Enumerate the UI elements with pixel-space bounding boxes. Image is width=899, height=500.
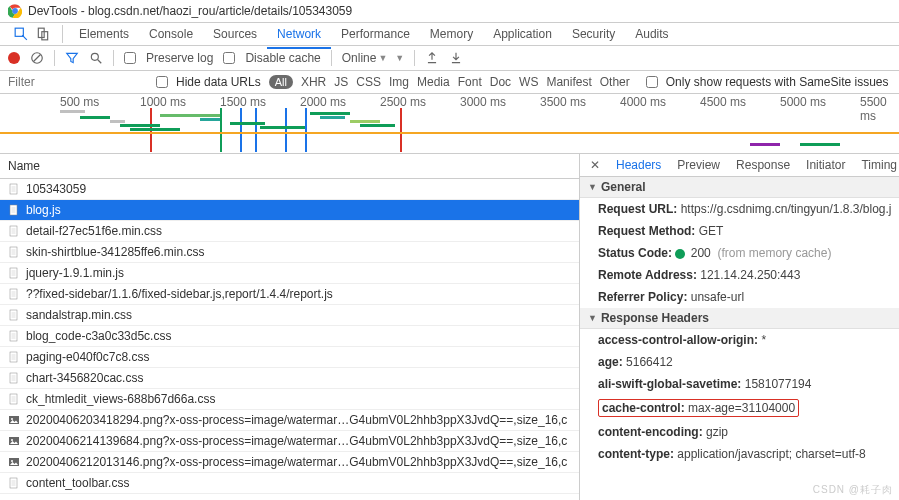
filter-type-other[interactable]: Other xyxy=(600,75,630,89)
tick-label: 3000 ms xyxy=(460,95,506,109)
svg-rect-2 xyxy=(15,28,23,36)
filter-type-manifest[interactable]: Manifest xyxy=(546,75,591,89)
waterfall-bar xyxy=(230,122,265,125)
request-row[interactable]: detail-f27ec51f6e.min.css xyxy=(0,221,579,242)
samesite-checkbox[interactable] xyxy=(646,76,658,88)
request-row[interactable]: sandalstrap.min.css xyxy=(0,305,579,326)
disable-cache-label: Disable cache xyxy=(245,51,320,65)
request-row[interactable]: skin-shirtblue-341285ffe6.min.css xyxy=(0,242,579,263)
request-list-header[interactable]: Name xyxy=(0,154,579,179)
filter-type-xhr[interactable]: XHR xyxy=(301,75,326,89)
general-section-header[interactable]: ▼General xyxy=(580,177,899,198)
filter-icon[interactable] xyxy=(65,51,79,65)
request-name: paging-e040f0c7c8.css xyxy=(26,350,149,364)
device-toggle-icon[interactable] xyxy=(36,27,50,41)
chevron-down-icon: ▼ xyxy=(395,53,404,63)
request-row[interactable]: blog.js xyxy=(0,200,579,221)
waterfall-bar xyxy=(305,108,307,152)
detail-tab-preview[interactable]: Preview xyxy=(669,154,728,178)
request-row[interactable]: 20200406214139684.png?x-oss-process=imag… xyxy=(0,431,579,452)
filter-type-media[interactable]: Media xyxy=(417,75,450,89)
filter-type-img[interactable]: Img xyxy=(389,75,409,89)
tab-application[interactable]: Application xyxy=(483,21,562,47)
record-button[interactable] xyxy=(8,52,20,64)
request-name: ??fixed-sidebar/1.1.6/fixed-sidebar.js,r… xyxy=(26,287,333,301)
request-name: 105343059 xyxy=(26,182,86,196)
request-row[interactable]: jquery-1.9.1.min.js xyxy=(0,263,579,284)
svg-point-54 xyxy=(11,418,13,420)
svg-point-58 xyxy=(11,460,13,462)
filter-input[interactable] xyxy=(8,75,148,89)
waterfall-bar xyxy=(240,108,242,152)
request-name: blog_code-c3a0c33d5c.css xyxy=(26,329,171,343)
filter-type-all[interactable]: All xyxy=(269,75,293,89)
tab-network[interactable]: Network xyxy=(267,21,331,49)
close-details-button[interactable]: ✕ xyxy=(584,154,606,176)
waterfall-bar xyxy=(360,124,395,127)
filter-type-font[interactable]: Font xyxy=(458,75,482,89)
tab-security[interactable]: Security xyxy=(562,21,625,47)
window-title: DevTools - blog.csdn.net/haozi_rou/artic… xyxy=(28,4,352,18)
svg-point-56 xyxy=(11,439,13,441)
inspect-icon[interactable] xyxy=(14,27,28,41)
waterfall-bar xyxy=(220,108,222,152)
response-header-row: content-type: application/javascript; ch… xyxy=(580,443,899,465)
detail-tab-response[interactable]: Response xyxy=(728,154,798,178)
request-name: 20200406203418294.png?x-oss-process=imag… xyxy=(26,413,567,427)
preserve-log-checkbox[interactable] xyxy=(124,52,136,64)
request-name: blog.js xyxy=(26,203,61,217)
waterfall-bar xyxy=(200,118,220,121)
waterfall-bar xyxy=(110,120,125,123)
request-details: ✕ HeadersPreviewResponseInitiatorTiming … xyxy=(580,154,899,500)
request-row[interactable]: ck_htmledit_views-688b67d66a.css xyxy=(0,389,579,410)
request-row[interactable]: 105343059 xyxy=(0,179,579,200)
filter-type-doc[interactable]: Doc xyxy=(490,75,511,89)
request-row[interactable]: content_toolbar.css xyxy=(0,473,579,494)
waterfall-bar xyxy=(80,116,110,119)
waterfall-bar xyxy=(255,108,257,152)
waterfall-bar xyxy=(800,143,840,146)
tab-performance[interactable]: Performance xyxy=(331,21,420,47)
waterfall-bar xyxy=(750,143,780,146)
waterfall-bar xyxy=(60,110,85,113)
response-header-row: content-encoding: gzip xyxy=(580,421,899,443)
waterfall-bar xyxy=(350,120,380,123)
tab-audits[interactable]: Audits xyxy=(625,21,678,47)
request-row[interactable]: 20200406203418294.png?x-oss-process=imag… xyxy=(0,410,579,431)
search-icon[interactable] xyxy=(89,51,103,65)
waterfall-overview[interactable]: 500 ms1000 ms1500 ms2000 ms2500 ms3000 m… xyxy=(0,94,899,154)
request-name: sandalstrap.min.css xyxy=(26,308,132,322)
tab-memory[interactable]: Memory xyxy=(420,21,483,47)
tab-sources[interactable]: Sources xyxy=(203,21,267,47)
request-row[interactable]: paging-e040f0c7c8.css xyxy=(0,347,579,368)
tab-console[interactable]: Console xyxy=(139,21,203,47)
request-row[interactable]: blog_code-c3a0c33d5c.css xyxy=(0,326,579,347)
hide-data-urls-checkbox[interactable] xyxy=(156,76,168,88)
throttling-select[interactable]: Online ▼ ▼ xyxy=(342,51,405,65)
request-name: content_toolbar.css xyxy=(26,476,129,490)
tab-elements[interactable]: Elements xyxy=(69,21,139,47)
download-icon[interactable] xyxy=(449,51,463,65)
filter-type-ws[interactable]: WS xyxy=(519,75,538,89)
response-headers-section-header[interactable]: ▼Response Headers xyxy=(580,308,899,329)
detail-tab-timing[interactable]: Timing xyxy=(853,154,899,178)
request-row[interactable]: 20200406212013146.png?x-oss-process=imag… xyxy=(0,452,579,473)
request-row[interactable]: chart-3456820cac.css xyxy=(0,368,579,389)
tick-label: 500 ms xyxy=(60,95,99,109)
disable-cache-checkbox[interactable] xyxy=(223,52,235,64)
filter-type-css[interactable]: CSS xyxy=(356,75,381,89)
detail-tab-initiator[interactable]: Initiator xyxy=(798,154,853,178)
upload-icon[interactable] xyxy=(425,51,439,65)
request-name: 20200406212013146.png?x-oss-process=imag… xyxy=(26,455,567,469)
status-dot-icon xyxy=(675,249,685,259)
request-row[interactable]: ??fixed-sidebar/1.1.6/fixed-sidebar.js,r… xyxy=(0,284,579,305)
request-name: detail-f27ec51f6e.min.css xyxy=(26,224,162,238)
clear-icon[interactable] xyxy=(30,51,44,65)
response-header-row: age: 5166412 xyxy=(580,351,899,373)
waterfall-bar xyxy=(320,116,345,119)
request-name: skin-shirtblue-341285ffe6.min.css xyxy=(26,245,205,259)
samesite-label: Only show requests with SameSite issues xyxy=(666,75,889,89)
waterfall-bar xyxy=(130,128,180,131)
titlebar: DevTools - blog.csdn.net/haozi_rou/artic… xyxy=(0,0,899,23)
filter-type-js[interactable]: JS xyxy=(334,75,348,89)
